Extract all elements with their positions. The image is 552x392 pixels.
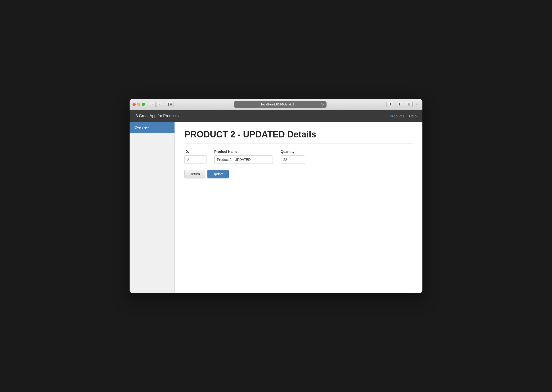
svg-rect-2 [170, 104, 172, 105]
forward-button[interactable]: › [156, 102, 163, 107]
back-button[interactable]: ‹ [149, 102, 156, 107]
minimize-button[interactable] [137, 103, 140, 106]
address-bar[interactable]: localhost:8080/detail/2 ↻ [234, 101, 327, 108]
content-area: Overview PRODUCT 2 - UPDATED Details ID:… [130, 122, 422, 293]
browser-window: ‹ › localhost:8080/detail/2 ↻ ⬇ ⬆ ⧉ + [130, 99, 422, 293]
id-label: ID: [184, 150, 206, 154]
address-bar-wrapper: localhost:8080/detail/2 ↻ [176, 101, 384, 108]
nav-buttons: ‹ › [149, 102, 163, 107]
button-row: Return Update [184, 170, 413, 178]
form-row: ID: Product Name: Quantity: [184, 150, 413, 164]
traffic-lights [133, 103, 145, 106]
url-text: localhost:8080/detail/2 [236, 103, 319, 106]
page-title: PRODUCT 2 - UPDATED Details [184, 129, 413, 144]
id-input [184, 155, 206, 164]
svg-rect-3 [170, 105, 172, 105]
update-button[interactable]: Update [207, 170, 229, 178]
quantity-input[interactable] [281, 155, 305, 164]
nav-link-products[interactable]: Products [390, 114, 404, 118]
titlebar: ‹ › localhost:8080/detail/2 ↻ ⬇ ⬆ ⧉ + [130, 99, 422, 110]
svg-rect-0 [168, 103, 169, 106]
svg-rect-1 [170, 103, 172, 104]
add-tab-button[interactable]: + [414, 102, 419, 107]
app-title: A Great App for Products [135, 114, 179, 118]
titlebar-actions: ⬇ ⬆ ⧉ + [386, 102, 419, 107]
return-button[interactable]: Return [184, 170, 205, 178]
app-navbar: A Great App for Products Products Help [130, 110, 422, 122]
reload-button[interactable]: ↻ [321, 103, 324, 106]
quantity-field-group: Quantity: [281, 150, 305, 164]
nav-link-help[interactable]: Help [409, 114, 417, 118]
name-field-group: Product Name: [214, 150, 273, 164]
main-panel: PRODUCT 2 - UPDATED Details ID: Product … [175, 122, 422, 293]
fullscreen-button[interactable] [142, 103, 145, 106]
download-button[interactable]: ⬇ [386, 102, 394, 107]
share-button[interactable]: ⬆ [396, 102, 403, 107]
name-label: Product Name: [214, 150, 273, 154]
close-button[interactable] [133, 103, 136, 106]
app-nav-links: Products Help [390, 114, 417, 118]
form-area: ID: Product Name: Quantity: Return Updat [184, 150, 413, 178]
sidebar-item-overview[interactable]: Overview [130, 122, 174, 133]
quantity-label: Quantity: [281, 150, 305, 154]
sidebar: Overview [130, 122, 175, 293]
duplicate-tab-button[interactable]: ⧉ [405, 102, 413, 107]
id-field-group: ID: [184, 150, 206, 164]
sidebar-toggle-button[interactable] [166, 102, 174, 107]
name-input[interactable] [214, 155, 273, 164]
